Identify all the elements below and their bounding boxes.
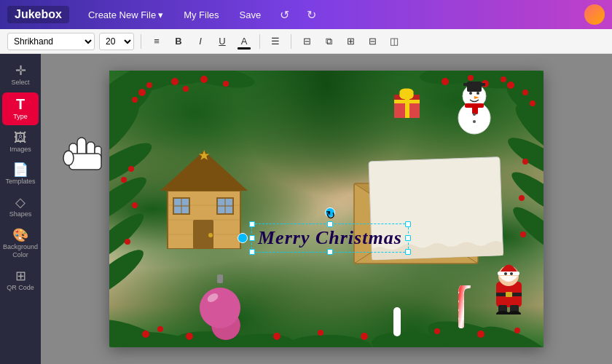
resize-handle-rm[interactable] — [405, 235, 411, 241]
templates-icon: 📄 — [12, 163, 28, 176]
sidebar-item-background-color[interactable]: 🎨 BackgroundColor — [2, 224, 39, 264]
my-files-button[interactable]: My Files — [178, 7, 224, 23]
candy-cane — [452, 285, 471, 329]
svg-rect-99 — [498, 272, 519, 275]
svg-rect-119 — [69, 154, 101, 170]
align-options-button[interactable]: ⊟ — [298, 33, 315, 50]
sidebar: ✛ Select T Type 🖼 Images 📄 Templates ◇ S… — [0, 54, 41, 364]
pink-ornament — [197, 274, 244, 333]
canvas-area[interactable]: ↻ Merry Christmas — [41, 54, 612, 364]
svg-point-25 — [530, 100, 536, 106]
resize-handle-tl[interactable] — [249, 221, 255, 227]
images-icon: 🖼 — [14, 131, 27, 144]
svg-point-43 — [514, 328, 520, 333]
svg-point-10 — [183, 86, 189, 92]
background-color-icon: 🎨 — [12, 229, 28, 242]
resize-handle-lm[interactable] — [249, 235, 255, 241]
sidebar-label-shapes: Shapes — [9, 210, 32, 218]
undo-button[interactable]: ↺ — [275, 7, 294, 23]
sidebar-item-shapes[interactable]: ◇ Shapes — [2, 191, 39, 223]
envelope-letter — [347, 154, 507, 271]
svg-point-42 — [477, 331, 484, 338]
svg-point-11 — [200, 76, 208, 83]
svg-rect-71 — [463, 83, 485, 86]
svg-point-12 — [223, 81, 229, 87]
user-avatar[interactable] — [584, 4, 605, 25]
svg-rect-118 — [95, 146, 101, 162]
align-center-button[interactable]: ≡ — [148, 33, 165, 50]
svg-rect-93 — [217, 274, 223, 283]
svg-point-39 — [318, 330, 323, 336]
create-new-file-button[interactable]: Create New File ▾ — [82, 7, 169, 23]
svg-point-34 — [142, 331, 149, 338]
svg-rect-101 — [506, 292, 512, 297]
shapes-icon: ◇ — [15, 196, 26, 209]
svg-point-107 — [510, 272, 513, 275]
sidebar-label-select: Select — [11, 79, 29, 87]
svg-point-55 — [132, 202, 138, 208]
layer-options-button[interactable]: ⧉ — [320, 33, 337, 50]
divider-1 — [141, 34, 141, 49]
save-button[interactable]: Save — [234, 7, 267, 23]
sidebar-item-images[interactable]: 🖼 Images — [2, 127, 39, 158]
font-family-select[interactable]: Shrikhand — [7, 33, 95, 50]
svg-point-66 — [476, 92, 479, 95]
resize-handle-br[interactable] — [405, 249, 411, 255]
svg-point-61 — [519, 195, 525, 201]
text-color-button[interactable]: A — [235, 33, 253, 50]
svg-point-120 — [63, 151, 74, 165]
navbar: Jukebox Create New File ▾ My Files Save … — [0, 0, 612, 29]
cursor-hand-icon — [61, 130, 105, 181]
svg-point-9 — [171, 78, 178, 85]
svg-point-24 — [442, 78, 449, 85]
svg-point-20 — [501, 76, 506, 82]
svg-point-52 — [109, 243, 149, 306]
svg-point-104 — [496, 311, 509, 314]
resize-handle-tr[interactable] — [405, 221, 411, 227]
svg-point-94 — [200, 288, 240, 328]
snowman — [449, 74, 500, 140]
list-button[interactable]: ☰ — [267, 33, 284, 50]
svg-point-54 — [121, 177, 127, 183]
svg-point-21 — [522, 90, 528, 95]
svg-point-35 — [157, 326, 163, 332]
arrange-button[interactable]: ⊞ — [342, 33, 359, 50]
svg-point-41 — [434, 328, 440, 334]
sidebar-label-images: Images — [9, 146, 31, 154]
svg-point-84 — [208, 233, 213, 237]
resize-handle-tm[interactable] — [327, 221, 333, 227]
rotation-handle-left[interactable] — [238, 233, 248, 243]
svg-point-60 — [522, 159, 528, 165]
sidebar-item-qr-code[interactable]: ⊞ QR Code — [2, 265, 39, 296]
redo-button[interactable]: ↻ — [302, 7, 321, 23]
text-overlay[interactable]: ↻ Merry Christmas — [251, 223, 409, 253]
bold-button[interactable]: B — [170, 33, 187, 50]
opacity-button[interactable]: ◫ — [385, 33, 403, 50]
sidebar-item-select[interactable]: ✛ Select — [2, 60, 39, 91]
canvas[interactable]: ↻ Merry Christmas — [109, 71, 544, 347]
italic-button[interactable]: I — [192, 33, 209, 50]
sidebar-item-type[interactable]: T Type — [2, 92, 39, 125]
app-logo[interactable]: Jukebox — [7, 6, 69, 23]
resize-handle-bl[interactable] — [249, 249, 255, 255]
rotation-handle[interactable]: ↻ — [325, 207, 335, 218]
svg-rect-111 — [394, 100, 420, 103]
sidebar-item-templates[interactable]: 📄 Templates — [2, 159, 39, 190]
svg-rect-117 — [69, 143, 77, 162]
merry-christmas-text[interactable]: Merry Christmas — [258, 227, 402, 249]
svg-rect-47 — [393, 307, 401, 336]
resize-handle-bm[interactable] — [327, 249, 333, 255]
svg-rect-115 — [77, 138, 86, 159]
main-layout: ✛ Select T Type 🖼 Images 📄 Templates ◇ S… — [0, 54, 612, 364]
more-options-button[interactable]: ⊟ — [364, 33, 381, 50]
svg-point-72 — [473, 113, 476, 116]
svg-point-8 — [132, 97, 138, 103]
svg-point-38 — [273, 333, 280, 340]
svg-point-65 — [469, 92, 472, 95]
underline-button[interactable]: U — [213, 33, 231, 50]
font-size-select[interactable]: 20 — [99, 33, 134, 50]
qr-code-icon: ⊞ — [15, 269, 26, 282]
svg-point-106 — [504, 272, 507, 275]
divider-2 — [259, 34, 260, 49]
svg-point-114 — [404, 91, 409, 97]
